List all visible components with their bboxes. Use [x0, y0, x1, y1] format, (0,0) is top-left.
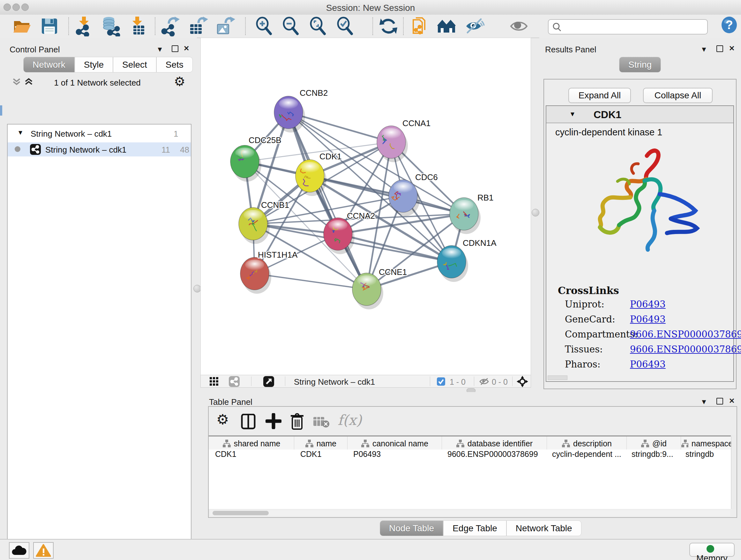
- crosslink-link[interactable]: P06493: [630, 314, 666, 325]
- show-columns-icon[interactable]: [241, 414, 257, 430]
- column-header-namespace[interactable]: namespace: [681, 436, 733, 450]
- show-all-networks-icon[interactable]: [436, 16, 457, 37]
- expand-all-icon[interactable]: [23, 78, 34, 86]
- table-cell[interactable]: stringdb: [679, 449, 731, 463]
- column-header-shared-name[interactable]: shared name: [209, 436, 294, 450]
- zoom-fit-icon[interactable]: [308, 16, 328, 37]
- collection-expand-icon[interactable]: ▼: [17, 129, 23, 136]
- network-collection-row[interactable]: ▼ String Network – cdk1 1: [8, 127, 191, 141]
- left-splitter-handle[interactable]: [193, 285, 201, 293]
- network-node-CCNA1[interactable]: [377, 126, 408, 162]
- panel-float-icon[interactable]: ▼: [700, 398, 708, 406]
- tab-sets[interactable]: Sets: [156, 57, 193, 72]
- help-icon[interactable]: ?: [720, 16, 740, 37]
- delete-column-icon[interactable]: [289, 413, 305, 430]
- expand-all-button[interactable]: Expand All: [568, 88, 631, 103]
- tab-network-table[interactable]: Network Table: [507, 520, 582, 536]
- network-node-HIST1H1A[interactable]: [240, 257, 271, 294]
- tab-edge-table[interactable]: Edge Table: [443, 520, 507, 536]
- export-table-icon[interactable]: [188, 16, 208, 37]
- network-view-title: String Network – cdk1: [294, 377, 375, 387]
- network-node-CDK1[interactable]: [295, 160, 327, 196]
- import-network-icon[interactable]: [74, 16, 94, 37]
- tab-string[interactable]: String: [619, 57, 661, 72]
- table-cell[interactable]: 9606.ENSP00000378699: [441, 449, 546, 463]
- network-row[interactable]: String Network – cdk1 11 48: [8, 142, 191, 157]
- panel-close-icon[interactable]: ✕: [729, 45, 735, 52]
- table-cell[interactable]: stringdb:9...: [625, 449, 679, 463]
- panel-close-icon[interactable]: ✕: [729, 397, 735, 405]
- panel-maximize-icon[interactable]: [717, 398, 723, 405]
- table-cell[interactable]: cyclin-dependent ...: [546, 449, 625, 463]
- column-header-canonical-name[interactable]: canonical name: [347, 436, 442, 450]
- results-hscroll-thumb[interactable]: [548, 375, 567, 380]
- tab-style[interactable]: Style: [75, 57, 113, 72]
- table-settings-gear-icon[interactable]: ⚙: [216, 411, 229, 428]
- add-column-icon[interactable]: [266, 413, 281, 429]
- separator: [285, 376, 285, 386]
- export-network-icon[interactable]: [160, 16, 180, 37]
- table-hscroll-thumb[interactable]: [212, 511, 269, 515]
- selected-nodes-checkbox-icon[interactable]: [437, 377, 445, 386]
- grid-view-icon[interactable]: [210, 377, 219, 386]
- collapse-all-icon[interactable]: [11, 78, 22, 86]
- crosslink-link[interactable]: 9606.ENSP00000378699: [630, 329, 741, 340]
- memory-button[interactable]: Memory: [689, 543, 735, 557]
- export-image-icon[interactable]: [215, 16, 235, 37]
- table-cell[interactable]: CDK1: [209, 449, 294, 463]
- network-node-CCNE1[interactable]: [352, 273, 383, 309]
- hide-selected-icon[interactable]: [464, 16, 485, 37]
- crosslink-link[interactable]: P06493: [630, 359, 666, 370]
- network-node-CDKN1A[interactable]: [437, 246, 468, 282]
- crosslink-link[interactable]: 9606.ENSP00000378699: [630, 344, 741, 355]
- network-options-gear-icon[interactable]: ⚙: [174, 74, 185, 89]
- column-header-database-identifier[interactable]: database identifier: [442, 436, 547, 450]
- network-node-CDC25B[interactable]: [230, 145, 261, 182]
- network-canvas[interactable]: CCNB2CCNA1CDC25BCDK1CDC6RB1CCNB1CCNA2CDK…: [200, 38, 531, 375]
- zoom-selected-icon[interactable]: [335, 16, 355, 37]
- network-node-RB1[interactable]: [450, 198, 481, 234]
- table-cell[interactable]: P06493: [347, 449, 441, 463]
- network-edge[interactable]: [255, 273, 367, 289]
- table-cell[interactable]: CDK1: [294, 449, 347, 463]
- fit-selected-crosshair-icon[interactable]: [517, 376, 528, 387]
- right-splitter-handle[interactable]: [532, 209, 539, 216]
- tab-node-table[interactable]: Node Table: [380, 520, 443, 536]
- tab-network[interactable]: Network: [23, 57, 75, 72]
- search-input[interactable]: [564, 20, 703, 32]
- birdseye-toggle-icon[interactable]: [263, 376, 274, 387]
- save-session-icon[interactable]: [39, 16, 60, 37]
- table-vscrollbar[interactable]: [731, 435, 737, 509]
- warning-button[interactable]: [33, 542, 54, 559]
- zoom-out-icon[interactable]: [281, 16, 301, 37]
- panel-maximize-icon[interactable]: [717, 45, 723, 52]
- separator: [512, 376, 513, 386]
- open-session-icon[interactable]: [11, 16, 32, 37]
- panel-float-icon[interactable]: ▼: [700, 46, 708, 53]
- refresh-icon[interactable]: [378, 16, 399, 37]
- import-network-from-database-icon[interactable]: [100, 16, 121, 37]
- panel-float-icon[interactable]: ▼: [156, 46, 163, 53]
- duplicate-network-icon[interactable]: [409, 16, 429, 37]
- column-header-description[interactable]: description: [547, 436, 627, 450]
- panel-maximize-icon[interactable]: [172, 45, 179, 52]
- node-label-CDC25B: CDC25B: [249, 135, 281, 145]
- collapse-all-button[interactable]: Collapse All: [643, 88, 713, 103]
- tab-select[interactable]: Select: [113, 57, 156, 72]
- column-header-name[interactable]: name: [294, 436, 347, 450]
- network-view-icon[interactable]: [229, 376, 240, 387]
- show-hidden-icon[interactable]: [509, 16, 529, 37]
- network-node-CCNB2[interactable]: [274, 96, 305, 132]
- table-hscrollbar[interactable]: [210, 510, 730, 516]
- import-table-icon[interactable]: [127, 16, 147, 37]
- gene-section-header[interactable]: ▼ CDK1: [546, 106, 733, 123]
- cloud-button[interactable]: [9, 542, 29, 559]
- panel-close-icon[interactable]: ✕: [184, 45, 189, 52]
- results-panel-title: Results Panel: [545, 45, 596, 55]
- network-edge[interactable]: [288, 112, 367, 289]
- gene-description: cyclin-dependent kinase 1: [555, 127, 662, 138]
- crosslink-link[interactable]: P06493: [630, 299, 666, 310]
- column-header-@id[interactable]: @id: [627, 436, 681, 450]
- gene-collapse-icon[interactable]: ▼: [569, 111, 576, 118]
- zoom-in-icon[interactable]: [254, 16, 274, 37]
